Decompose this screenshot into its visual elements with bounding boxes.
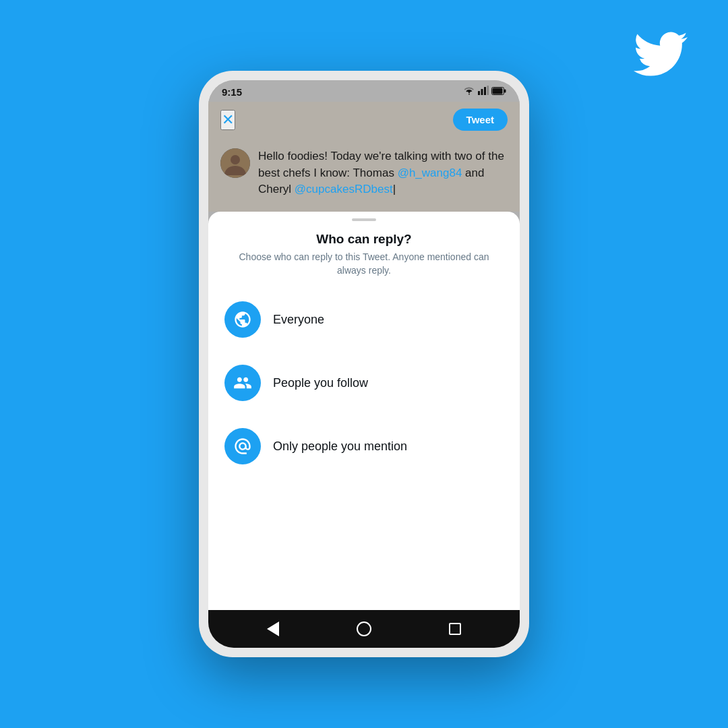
status-bar: 9:15 [208,80,520,102]
option-only-mention[interactable]: Only people you mention [224,415,504,478]
people-follow-label: People you follow [273,376,368,390]
close-button[interactable]: ✕ [220,110,235,130]
svg-rect-3 [487,86,489,95]
recents-icon [449,623,461,635]
svg-rect-1 [481,89,483,95]
top-action-bar: ✕ Tweet [208,102,520,138]
tweet-compose-area: Hello foodies! Today we're talking with … [208,138,520,212]
tweet-text-content: Hello foodies! Today we're talking with … [258,148,508,198]
people-follow-icon [224,365,261,401]
reply-options-list: Everyone People you follow [208,277,520,610]
mention-icon [224,428,261,464]
back-button[interactable] [267,621,279,636]
svg-rect-0 [478,91,480,95]
status-icons [463,86,506,98]
sheet-title: Who can reply? [208,232,520,247]
phone-frame: 9:15 [199,71,529,657]
option-people-follow[interactable]: People you follow [224,351,504,415]
mention-2: @cupcakesRDbest [295,183,393,195]
svg-rect-6 [504,90,506,93]
svg-rect-5 [493,88,503,94]
sheet-subtitle: Choose who can reply to this Tweet. Anyo… [208,251,520,277]
everyone-icon [224,301,261,338]
tweet-cursor: | [393,183,396,195]
status-time: 9:15 [222,86,242,98]
bottom-sheet: Who can reply? Choose who can reply to t… [208,212,520,610]
navigation-bar [208,610,520,648]
sheet-handle [352,218,376,221]
only-mention-label: Only people you mention [273,439,407,454]
signal-icon [478,86,489,98]
back-icon [267,621,279,636]
everyone-label: Everyone [273,313,324,327]
recents-button[interactable] [449,623,461,635]
home-button[interactable] [357,621,371,636]
svg-rect-2 [484,87,486,95]
battery-icon [491,86,506,98]
svg-point-8 [231,155,240,164]
twitter-logo [634,27,688,92]
avatar [220,148,250,178]
tweet-button[interactable]: Tweet [453,109,508,131]
wifi-icon [463,86,475,98]
home-icon [357,621,371,636]
phone-screen: 9:15 [208,80,520,648]
option-everyone[interactable]: Everyone [224,288,504,351]
mention-1: @h_wang84 [398,166,462,179]
